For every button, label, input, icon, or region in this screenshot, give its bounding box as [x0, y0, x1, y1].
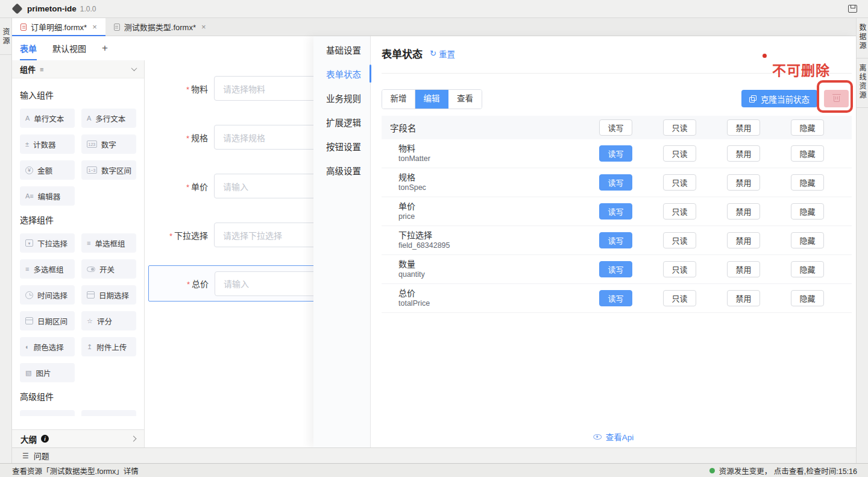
component-item-currency[interactable]: ¥金额 [20, 160, 75, 180]
state-tab-3[interactable]: 查看 [448, 90, 482, 109]
field-display-name: 物料 [398, 144, 430, 154]
tab-close-icon[interactable]: × [201, 22, 206, 31]
state-disabled-button[interactable]: 禁用 [727, 261, 760, 277]
settings-menu-item-3[interactable]: 业务规则 [313, 86, 370, 110]
delete-state-button[interactable] [824, 90, 849, 107]
component-item-editor[interactable]: A≡编辑器 [20, 186, 75, 206]
state-readonly-button[interactable]: 只读 [663, 261, 696, 277]
editor-tab-label: 订单明细.formx* [31, 21, 87, 33]
header-state-readonly-button[interactable]: 只读 [663, 119, 696, 136]
component-item-number[interactable]: 123数字 [81, 134, 136, 154]
field-state-table: 字段名 读写只读禁用隐藏 物料tonMatter读写只读禁用隐藏规格tonSpe… [382, 116, 852, 313]
settings-menu-item-6[interactable]: 高级设置 [313, 158, 370, 182]
component-item-date-picker[interactable]: 日期选择 [81, 285, 136, 305]
state-readwrite-button[interactable]: 读写 [599, 232, 632, 248]
header-state-readwrite-button[interactable]: 读写 [599, 119, 632, 136]
component-item-multi-line-text[interactable]: A多行文本 [81, 109, 136, 128]
chevron-right-icon[interactable] [131, 436, 137, 442]
editor-tab[interactable]: 测试数据类型.formx*× [105, 18, 215, 36]
state-readwrite-button[interactable]: 读写 [599, 261, 632, 277]
component-label: 日期选择 [99, 289, 129, 301]
settings-menu-item-1[interactable]: 基础设置 [313, 37, 370, 62]
state-readonly-button[interactable]: 只读 [663, 145, 696, 162]
field-name-block: 下拉选择field_68342895 [398, 230, 450, 250]
save-icon[interactable] [848, 5, 857, 13]
state-readwrite-button[interactable]: 读写 [599, 203, 632, 220]
state-disabled-button[interactable]: 禁用 [727, 232, 760, 248]
status-right[interactable]: 资源发生变更， 点击查看,检查时间:15:16 [709, 465, 857, 476]
component-item-number-range[interactable]: 1~3数字区间 [81, 160, 136, 180]
clone-current-state-button[interactable]: 克隆当前状态 [741, 90, 817, 107]
component-label: 评分 [97, 315, 112, 327]
header-state-hidden-button[interactable]: 隐藏 [791, 119, 824, 136]
copy-icon [749, 95, 756, 102]
rail-label: 离线资源 [857, 64, 867, 100]
component-label: 金额 [37, 165, 52, 176]
state-hidden-button[interactable]: 隐藏 [791, 203, 824, 220]
state-disabled-button[interactable]: 禁用 [727, 145, 760, 162]
chevron-down-icon[interactable] [131, 65, 137, 71]
state-hidden-button[interactable]: 隐藏 [791, 174, 824, 191]
tab-default-view[interactable]: 默认视图 [52, 42, 86, 54]
field-state-row: 规格tonSpec读写只读禁用隐藏 [382, 168, 852, 197]
components-panel-header[interactable]: 组件 ≡ [12, 60, 144, 78]
field-code-name: field_68342895 [398, 241, 450, 250]
outline-bar[interactable]: 大纲 i [12, 429, 144, 447]
reset-link[interactable]: ↻ 重置 [430, 48, 455, 60]
header-state-disabled-button[interactable]: 禁用 [727, 119, 760, 136]
rail-tab-offline-resources[interactable]: 离线资源 [857, 58, 868, 108]
state-readonly-button[interactable]: 只读 [663, 203, 696, 220]
status-left-text[interactable]: 查看资源「测试数据类型.formx」详情 [12, 465, 139, 476]
state-readonly-button[interactable]: 只读 [663, 290, 696, 306]
field-state-row: 单价price读写只读禁用隐藏 [382, 197, 852, 226]
component-item-image[interactable]: ▧图片 [20, 363, 75, 382]
state-disabled-button[interactable]: 禁用 [727, 203, 760, 220]
state-readonly-button[interactable]: 只读 [663, 232, 696, 248]
state-hidden-button[interactable]: 隐藏 [791, 290, 824, 306]
component-item-single-line-text[interactable]: A单行文本 [20, 109, 75, 128]
component-item-date-range[interactable]: 日期区间 [20, 311, 75, 330]
view-api-link[interactable]: 查看Api [593, 431, 634, 443]
component-item-time-picker[interactable]: 时间选择 [20, 285, 75, 305]
component-item-stub[interactable] [81, 410, 136, 416]
state-hidden-button[interactable]: 隐藏 [791, 145, 824, 162]
component-label: 颜色选择 [34, 341, 64, 353]
state-disabled-button[interactable]: 禁用 [727, 290, 760, 306]
component-item-counter[interactable]: ±计数器 [20, 134, 75, 154]
rail-tab-datasource[interactable]: 数据源 [857, 18, 868, 58]
state-hidden-button[interactable]: 隐藏 [791, 232, 824, 248]
required-asterisk: * [186, 85, 189, 94]
component-item-rating[interactable]: ☆评分 [81, 311, 136, 330]
state-readwrite-button[interactable]: 读写 [599, 290, 632, 306]
tab-form[interactable]: 表单 [20, 42, 37, 54]
settings-menu-item-5[interactable]: 按钮设置 [313, 134, 370, 158]
radio-group-icon: ≡ [87, 240, 90, 247]
component-item-upload[interactable]: ↥附件上传 [81, 337, 136, 356]
state-tab-1[interactable]: 新增 [382, 90, 415, 109]
settings-menu-item-2[interactable]: 表单状态 [313, 62, 370, 86]
date-picker-icon [87, 291, 95, 299]
problems-bar[interactable]: ☰ 问题 [12, 447, 856, 463]
required-asterisk: * [187, 280, 190, 289]
component-item-switch[interactable]: 开关 [81, 259, 136, 279]
editor-tab[interactable]: 订单明细.formx*× [12, 18, 105, 36]
component-item-radio-group[interactable]: ≡单选框组 [81, 233, 136, 253]
state-tab-2[interactable]: 编辑 [415, 90, 448, 109]
rail-tab-resources[interactable]: 资源 [0, 18, 11, 55]
state-readwrite-button[interactable]: 读写 [599, 145, 632, 162]
component-item-checkbox-group[interactable]: ≡多选框组 [20, 259, 75, 279]
row-state-options: 读写只读禁用隐藏 [599, 232, 824, 248]
component-item-color-picker[interactable]: ◐颜色选择 [20, 337, 75, 356]
state-hidden-button[interactable]: 隐藏 [791, 261, 824, 277]
state-disabled-button[interactable]: 禁用 [727, 174, 760, 191]
component-item-dropdown-select[interactable]: ▾下拉选择 [20, 233, 75, 253]
add-view-button[interactable]: + [102, 42, 108, 54]
state-readwrite-button[interactable]: 读写 [599, 174, 632, 191]
settings-menu-item-4[interactable]: 扩展逻辑 [313, 110, 370, 134]
state-readonly-button[interactable]: 只读 [663, 174, 696, 191]
component-item-stub[interactable] [20, 410, 75, 416]
image-icon: ▧ [25, 370, 31, 376]
tab-close-icon[interactable]: × [92, 22, 97, 31]
field-name-block: 规格tonSpec [398, 172, 426, 192]
component-label: 图片 [36, 367, 51, 379]
